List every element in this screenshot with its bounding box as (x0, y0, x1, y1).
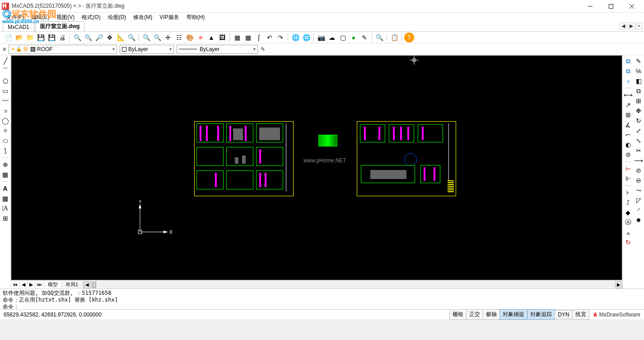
menu-format[interactable]: 格式(O) (78, 14, 104, 21)
status-dyn[interactable]: DYN (555, 310, 572, 319)
redo-icon[interactable]: ↷ (275, 33, 285, 42)
dim-diameter-icon[interactable]: ⊘ (624, 151, 632, 159)
menu-draw[interactable]: 绘图(D) (104, 14, 130, 21)
undo-icon[interactable]: ↶ (265, 33, 275, 42)
copy2-icon[interactable]: ⧉ (624, 67, 632, 75)
dim-linear-icon[interactable]: ⟷ (624, 91, 632, 99)
dim-update-icon[interactable]: ↻ (624, 238, 632, 246)
dim-base-icon[interactable]: ⊩ (624, 175, 632, 183)
menu-vip[interactable]: VIP服务 (156, 14, 182, 21)
layout-first[interactable]: ⏮ (11, 282, 20, 288)
explode-icon[interactable]: ✸ (635, 216, 643, 224)
copy-icon[interactable]: ⧉ (624, 57, 632, 65)
dim-tol-icon[interactable]: ◆ (624, 208, 632, 217)
menu-edit[interactable]: 编辑(E) (28, 14, 53, 21)
command-area[interactable]: 软件使用问题, 加QQ交流群, ：515771658 命令：正在用[hztxt.… (0, 288, 644, 309)
circle-green-icon[interactable]: ● (349, 33, 359, 42)
find-icon[interactable]: 🔍 (374, 33, 384, 42)
saveas-icon[interactable]: 💾 (47, 33, 56, 42)
zoom-out-icon[interactable]: 🔎 (94, 33, 104, 42)
print-icon[interactable]: 🖨 (57, 33, 67, 42)
doc-tab-1[interactable]: MxCAD1 (3, 23, 34, 31)
hatch-icon[interactable]: ▩ (1, 194, 9, 203)
open-icon[interactable]: 📂 (14, 33, 24, 42)
model-tab[interactable]: 模型 (44, 281, 62, 288)
table-icon[interactable]: ⊞ (1, 214, 9, 222)
dim-ord-icon[interactable]: ⤴ (624, 198, 632, 207)
menu-view[interactable]: 视图(V) (53, 14, 78, 21)
zoom-icon[interactable]: 🔍 (72, 33, 82, 42)
erase-icon[interactable]: ✎ (635, 57, 643, 65)
dim-grid-icon[interactable]: ⊞ (624, 111, 632, 119)
camera-icon[interactable]: 📷 (316, 33, 326, 42)
new-icon[interactable]: 📄 (3, 33, 13, 42)
break-icon[interactable]: ⊘ (635, 166, 643, 175)
doc-icon[interactable]: 📋 (389, 33, 399, 42)
curve-icon[interactable]: ʃ (254, 33, 264, 42)
globe2-icon[interactable]: 🌐 (301, 33, 311, 42)
hscroll-right[interactable]: ▶ (615, 281, 622, 288)
mtext-icon[interactable]: |A (1, 204, 9, 212)
stretch-icon[interactable]: ⤡ (635, 137, 643, 145)
layer-selector[interactable]: ☀🔓🔆 ROOF ▾ (9, 45, 117, 54)
scale-icon[interactable]: ⤢ (635, 127, 643, 135)
zoom-window-icon[interactable]: 🔍 (141, 33, 151, 42)
arc2-icon[interactable]: ⟉ (1, 107, 9, 115)
maximize-button[interactable] (601, 0, 621, 13)
zoom-prev-icon[interactable]: 🔍 (152, 33, 162, 42)
drawing-canvas[interactable]: Y X www.pHome.NET (11, 55, 622, 280)
array-icon[interactable]: ⊞ (635, 97, 643, 105)
rotate-icon[interactable]: ↻ (635, 117, 643, 125)
status-lwt[interactable]: 线宽 (572, 309, 589, 320)
layout1-tab[interactable]: 布局1 (62, 281, 82, 288)
hscroll-left[interactable]: ◀ (84, 281, 91, 288)
select2-icon[interactable]: ▦ (243, 33, 253, 42)
layer-manager-icon[interactable]: ≡ (3, 46, 6, 52)
rect-draw-icon[interactable]: ▭ (1, 87, 9, 95)
layout-prev[interactable]: ◀ (20, 282, 28, 288)
tab-close[interactable]: × (636, 23, 642, 29)
chamfer-icon[interactable]: ◸ (635, 196, 643, 204)
color-icon[interactable]: 🎨 (185, 33, 195, 42)
lineweight-icon[interactable]: ✎ (261, 46, 265, 52)
color-selector[interactable]: ByLayer ▾ (120, 45, 174, 54)
edit-icon[interactable]: ✎ (359, 33, 369, 42)
mirror-icon[interactable]: ◧ (635, 77, 643, 85)
pan-icon[interactable]: ✥ (105, 33, 115, 42)
menu-help[interactable]: 帮助(H) (183, 14, 209, 21)
status-otrack[interactable]: 对象追踪 (527, 309, 555, 320)
dim-arc-icon[interactable]: ⤺ (624, 131, 632, 139)
menu-file[interactable]: 文件(F) (3, 14, 28, 21)
text-icon[interactable]: A (1, 184, 9, 193)
fillet-icon[interactable]: ◜ (635, 206, 643, 214)
props-icon[interactable]: ☷ (174, 33, 184, 42)
select-icon[interactable]: ▦ (232, 33, 242, 42)
offset-icon[interactable]: ⧉ (635, 87, 643, 95)
spline-icon[interactable]: 〰 (1, 97, 9, 105)
break2-icon[interactable]: ⊖ (635, 176, 643, 184)
dim-A-icon[interactable]: Ⓐ (624, 218, 632, 227)
dim-style-icon[interactable]: ⟁ (624, 228, 632, 236)
dim-angular-icon[interactable]: ∡ (624, 121, 632, 129)
zoom-in-icon[interactable]: 🔍 (83, 33, 93, 42)
horizontal-scrollbar[interactable]: ◀ ▶ (83, 281, 622, 288)
rect-icon[interactable]: ▢ (338, 33, 348, 42)
cloud-icon[interactable]: ☁ (327, 33, 337, 42)
move-icon[interactable]: ✛ (163, 33, 173, 42)
dim-continue-icon[interactable]: ⊢ (624, 165, 632, 173)
help-icon[interactable]: ? (404, 33, 414, 42)
dim-radius-icon[interactable]: ◐ (624, 141, 632, 149)
match-icon[interactable]: ⟐ (624, 77, 632, 85)
doc-tab-2[interactable]: 医疗室立面.dwg (35, 21, 84, 31)
polygon-icon[interactable]: ⬠ (1, 77, 9, 85)
measure-icon[interactable]: 📐 (116, 33, 126, 42)
status-grid[interactable]: 栅格 (449, 309, 467, 320)
circle-icon[interactable]: ◯ (1, 117, 9, 125)
save-icon[interactable]: 💾 (36, 33, 46, 42)
join-icon[interactable]: ⤳ (635, 186, 643, 194)
ellipse-icon[interactable]: ⬭ (1, 137, 9, 145)
arc-icon[interactable]: ⌒ (1, 67, 9, 75)
status-osnap[interactable]: 对象捕捉 (499, 309, 527, 320)
menu-modify[interactable]: 修改(M) (130, 14, 156, 21)
move2-icon[interactable]: ✥ (635, 107, 643, 115)
